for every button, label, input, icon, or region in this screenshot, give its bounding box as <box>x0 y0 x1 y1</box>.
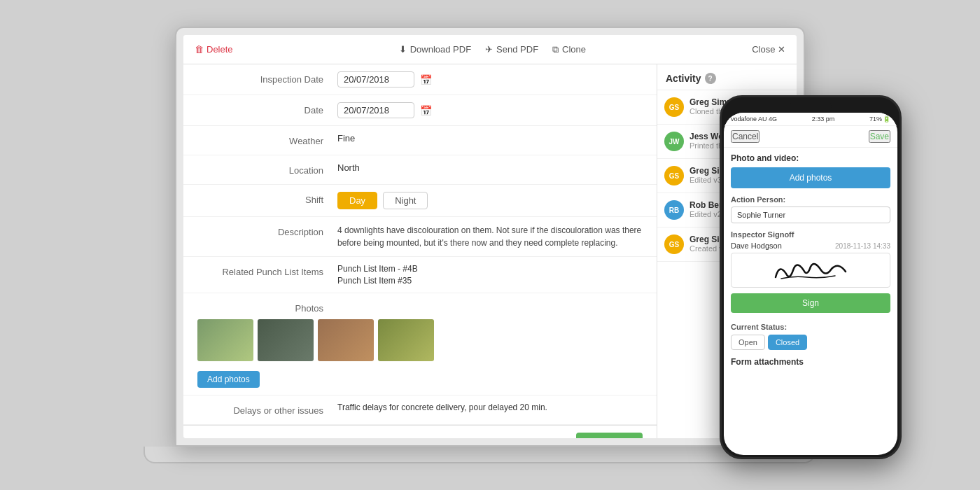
toolbar-left: 🗑 Delete <box>195 44 233 55</box>
action-person-value: Sophie Turner <box>731 206 890 223</box>
form-area: Inspection Date 📅 Date 📅 <box>183 64 657 438</box>
toolbar-right: Close ✕ <box>752 44 785 55</box>
delays-row: Delays or other issues Traffic delays fo… <box>183 396 657 425</box>
description-value: 4 downlights have discolouration on them… <box>337 224 643 249</box>
save-form-button[interactable]: Save form <box>576 433 643 438</box>
clone-icon: ⧉ <box>552 44 559 55</box>
inspection-date-input[interactable] <box>337 71 414 88</box>
status-buttons: Open Closed <box>731 335 890 350</box>
photo-section-title: Photo and video: <box>731 153 890 163</box>
date-input[interactable] <box>337 102 414 118</box>
phone-battery: 71% 🔋 <box>869 115 890 122</box>
current-status-section: Current Status: Open Closed <box>731 323 890 350</box>
weather-value: Fine <box>337 133 643 144</box>
description-label: Description <box>197 224 337 237</box>
clone-button[interactable]: ⧉ Clone <box>552 44 586 55</box>
signature-box <box>731 253 890 288</box>
avatar-gs-4: GS <box>664 234 684 254</box>
photo-thumb-1[interactable] <box>197 319 253 361</box>
description-row: Description 4 downlights have discoloura… <box>183 217 657 257</box>
date-value: 📅 <box>337 102 643 118</box>
phone-sign-button[interactable]: Sign <box>731 293 890 313</box>
shift-value: Day Night <box>337 192 643 209</box>
status-open-button[interactable]: Open <box>731 335 765 350</box>
avatar-gs-2: GS <box>664 166 684 186</box>
calendar-icon-inspection[interactable]: 📅 <box>420 74 432 85</box>
signoff-row: Dave Hodgson 2018-11-13 14:33 <box>731 241 890 250</box>
punch-list-row: Related Punch List Items Punch List Item… <box>183 257 657 293</box>
inspection-date-row: Inspection Date 📅 <box>183 64 657 95</box>
location-row: Location North <box>183 155 657 185</box>
avatar-jw-1: JW <box>664 132 684 151</box>
delete-button[interactable]: 🗑 Delete <box>195 44 233 55</box>
current-status-label: Current Status: <box>731 323 890 331</box>
activity-help-icon[interactable]: ? <box>705 73 716 84</box>
photos-label: Photos <box>197 300 337 314</box>
form-attachments-title: Form attachments <box>731 357 890 367</box>
trash-icon: 🗑 <box>195 44 204 55</box>
photos-container <box>197 319 434 361</box>
activity-header: Activity ? <box>657 64 797 90</box>
inspector-signoff-section: Inspector Signoff Dave Hodgson 2018-11-1… <box>731 230 890 320</box>
download-icon: ⬇ <box>399 44 407 55</box>
location-value: North <box>337 162 643 173</box>
main-content: Inspection Date 📅 Date 📅 <box>183 64 797 438</box>
weather-label: Weather <box>197 133 337 146</box>
delays-label: Delays or other issues <box>197 402 337 416</box>
phone-content: Photo and video: Add photos Action Perso… <box>724 148 897 448</box>
status-closed-button[interactable]: Closed <box>768 335 807 350</box>
save-form-row: Save form <box>183 425 657 438</box>
calendar-icon-date[interactable]: 📅 <box>420 105 432 116</box>
phone-toolbar: Cancel Save <box>724 126 897 148</box>
date-label: Date <box>197 102 337 115</box>
phone-screen: vodafone AU 4G 2:33 pm 71% 🔋 Cancel Save… <box>724 113 897 455</box>
date-row: Date 📅 <box>183 95 657 126</box>
phone-cancel-button[interactable]: Cancel <box>731 130 760 143</box>
close-button[interactable]: Close ✕ <box>752 44 785 55</box>
laptop-base <box>144 447 816 463</box>
avatar-rb-3: RB <box>664 200 684 220</box>
phone-notch <box>790 103 832 108</box>
phone-time: 2:33 pm <box>812 115 835 122</box>
close-x-icon: ✕ <box>778 44 785 55</box>
photo-thumb-3[interactable] <box>318 319 374 361</box>
phone-save-button[interactable]: Save <box>869 130 890 143</box>
send-icon: ✈ <box>485 44 493 55</box>
signoff-date: 2018-11-13 14:33 <box>835 242 890 250</box>
shift-label: Shift <box>197 192 337 205</box>
download-pdf-button[interactable]: ⬇ Download PDF <box>399 44 471 55</box>
phone-add-photos-button[interactable]: Add photos <box>731 167 890 188</box>
phone-carrier: vodafone AU 4G <box>731 115 777 122</box>
toolbar: 🗑 Delete ⬇ Download PDF ✈ Send PDF ⧉ <box>183 35 797 64</box>
shift-night-button[interactable]: Night <box>383 192 428 209</box>
add-photos-button[interactable]: Add photos <box>197 371 260 388</box>
photo-thumb-2[interactable] <box>258 319 314 361</box>
phone-overlay: vodafone AU 4G 2:33 pm 71% 🔋 Cancel Save… <box>720 95 902 459</box>
signature-svg <box>769 256 853 284</box>
send-pdf-button[interactable]: ✈ Send PDF <box>485 44 538 55</box>
location-label: Location <box>197 162 337 176</box>
punch-list-value: Punch List Item - #4B Punch List Item #3… <box>337 264 643 286</box>
action-person-label: Action Person: <box>731 195 890 204</box>
shift-row: Shift Day Night <box>183 185 657 217</box>
signoff-name: Dave Hodgson <box>731 241 782 250</box>
inspector-signoff-label: Inspector Signoff <box>731 230 890 239</box>
photos-row: Photos <box>183 293 657 396</box>
shift-day-button[interactable]: Day <box>337 192 377 209</box>
photos-value: Add photos <box>197 319 434 388</box>
punch-list-label: Related Punch List Items <box>197 264 337 277</box>
photo-thumb-4[interactable] <box>378 319 434 361</box>
inspection-date-label: Inspection Date <box>197 71 337 85</box>
delays-value: Traffic delays for concrete delivery, po… <box>337 402 643 412</box>
avatar-gs-0: GS <box>664 97 684 117</box>
phone-status-bar: vodafone AU 4G 2:33 pm 71% 🔋 <box>724 113 897 126</box>
inspection-date-value: 📅 <box>337 71 643 88</box>
toolbar-center: ⬇ Download PDF ✈ Send PDF ⧉ Clone <box>233 44 752 55</box>
weather-row: Weather Fine <box>183 126 657 155</box>
